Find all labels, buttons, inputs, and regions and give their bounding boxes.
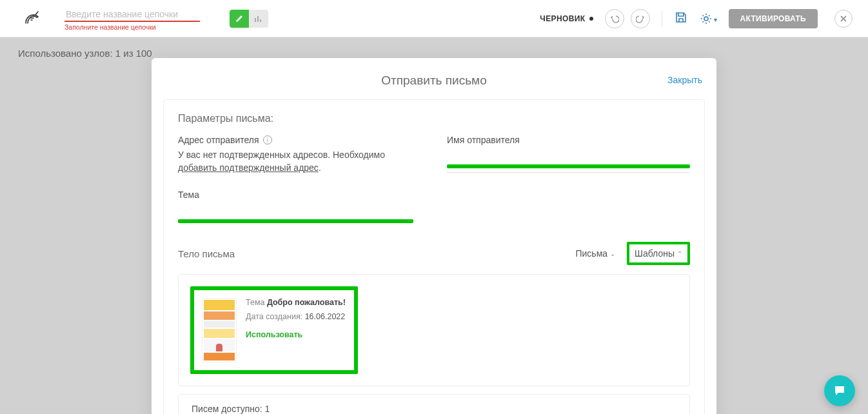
chevron-up-icon: ⌃ <box>677 250 682 257</box>
status-label: ЧЕРНОВИК <box>540 14 585 23</box>
sender-address-message: У вас нет подтвержденных адресов. Необхо… <box>178 149 421 174</box>
undo-button[interactable] <box>605 9 624 28</box>
chain-name-block: Заполните название цепочки <box>64 6 200 31</box>
template-date-label: Дата создания: <box>246 312 302 321</box>
chevron-down-icon: ▾ <box>714 16 717 23</box>
redo-button[interactable] <box>631 9 650 28</box>
section-title: Параметры письма: <box>178 113 690 124</box>
templates-panel: Тема Добро пожаловать! Дата создания: 16… <box>178 274 690 386</box>
template-thumbnail <box>202 298 237 362</box>
stats-mode-button[interactable] <box>249 10 268 28</box>
chain-name-error: Заполните название цепочки <box>64 23 200 31</box>
send-email-modal: Отправить письмо Закрыть Параметры письм… <box>152 58 716 414</box>
sender-address-label: Адрес отправителя <box>178 135 259 145</box>
modal-title: Отправить письмо <box>381 74 486 88</box>
add-verified-address-link[interactable]: добавить подтвержденный адрес <box>178 163 319 173</box>
sender-name-block: Имя отправителя <box>447 135 690 174</box>
highlight-bar <box>178 219 413 223</box>
modal-close-link[interactable]: Закрыть <box>667 75 702 85</box>
settings-button[interactable]: ▾ <box>700 12 717 25</box>
save-button[interactable] <box>674 10 688 27</box>
status-dot-icon <box>589 17 593 21</box>
view-mode-toggle <box>230 10 268 28</box>
template-date-value: 16.06.2022 <box>305 312 346 321</box>
use-template-button[interactable]: Использовать <box>246 330 346 339</box>
activate-button[interactable]: АКТИВИРОВАТЬ <box>729 9 818 28</box>
tab-templates-label: Шаблоны <box>635 248 675 259</box>
template-item[interactable]: Тема Добро пожаловать! Дата создания: 16… <box>190 286 358 374</box>
body-label: Тело письма <box>178 248 235 259</box>
tab-emails-label: Письма <box>575 248 607 259</box>
subject-label: Тема <box>178 190 690 200</box>
emails-available-footer: Писем доступно: 1 <box>178 394 690 414</box>
edit-mode-button[interactable] <box>230 10 249 28</box>
tab-emails[interactable]: Письма ⌄ <box>575 248 615 259</box>
highlight-bar <box>447 164 690 168</box>
template-subject-value: Добро пожаловать! <box>267 298 346 307</box>
top-bar: Заполните название цепочки ЧЕРНОВИК ▾ АК… <box>0 0 868 37</box>
sender-name-label: Имя отправителя <box>447 135 520 145</box>
app-logo <box>22 9 41 28</box>
sender-address-block: Адрес отправителя i У вас нет подтвержде… <box>178 135 421 174</box>
template-subject-label: Тема <box>246 298 264 307</box>
email-params-card: Параметры письма: Адрес отправителя i У … <box>163 99 705 414</box>
close-editor-button[interactable] <box>834 10 853 28</box>
info-icon[interactable]: i <box>263 135 272 144</box>
svg-point-1 <box>704 17 708 21</box>
chevron-down-icon: ⌄ <box>610 250 615 257</box>
divider <box>662 11 662 26</box>
chain-name-input[interactable] <box>64 6 200 22</box>
svg-point-0 <box>33 15 34 16</box>
status-badge: ЧЕРНОВИК <box>540 14 593 23</box>
sender-address-msg-text: У вас нет подтвержденных адресов. Необхо… <box>178 150 385 160</box>
chat-fab[interactable] <box>824 375 855 406</box>
tab-templates[interactable]: Шаблоны ⌃ <box>627 242 690 265</box>
